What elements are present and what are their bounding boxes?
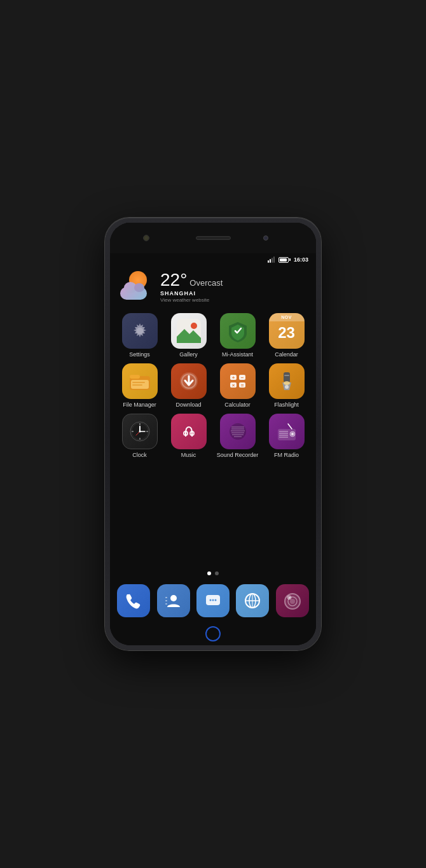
dock-phone[interactable] <box>115 584 152 617</box>
dock-camera[interactable] <box>274 584 311 617</box>
app-label-calendar: Calendar <box>275 351 298 358</box>
svg-text:×: × <box>231 382 235 388</box>
calendar-month-header: NOV <box>269 313 305 321</box>
signal-bar-4 <box>273 256 275 263</box>
clock-face-icon <box>128 420 151 443</box>
app-icon-settings <box>122 313 158 349</box>
app-label-download: Download <box>175 402 201 409</box>
status-icons: 16:03 <box>268 256 308 263</box>
app-icon-calculator: + − × = <box>220 363 256 399</box>
dock-icon-browser <box>236 584 269 617</box>
top-hardware-bar <box>110 223 316 253</box>
app-download[interactable]: Download <box>165 363 212 409</box>
browser-icon <box>244 592 261 610</box>
page-indicators <box>110 566 316 580</box>
phone-screen-area: 16:03 22° Overcast SHANGHAI View weather… <box>110 223 316 645</box>
app-label-sound-recorder: Sound Recorder <box>217 452 259 459</box>
app-sound-recorder[interactable]: Sound Recorder <box>214 414 261 459</box>
svg-rect-5 <box>130 375 140 379</box>
signal-bar-3 <box>271 258 273 263</box>
gallery-icon <box>177 319 201 343</box>
app-label-gallery: Gallery <box>179 351 198 358</box>
dock-icon-phone <box>117 584 150 617</box>
front-camera <box>143 235 149 241</box>
svg-rect-8 <box>132 384 142 386</box>
calculator-icon: + − × = <box>226 370 249 393</box>
weather-widget: 22° Overcast SHANGHAI View weather websi… <box>110 266 316 311</box>
app-icon-file-manager <box>122 363 158 399</box>
signal-bar-2 <box>270 259 271 263</box>
battery-icon <box>278 257 289 263</box>
svg-rect-20 <box>284 375 289 376</box>
app-file-manager[interactable]: File Manager <box>116 363 163 409</box>
svg-rect-19 <box>284 372 290 382</box>
app-icon-fm-radio <box>269 414 305 449</box>
camera-icon <box>284 592 301 610</box>
page-dot-2[interactable] <box>215 571 219 575</box>
app-fm-radio[interactable]: FM Radio <box>263 414 310 459</box>
battery-fill <box>280 258 287 262</box>
dock-messages[interactable] <box>195 584 231 617</box>
page-dot-1[interactable] <box>207 571 211 575</box>
folder-icon <box>128 370 151 393</box>
app-icon-download <box>171 363 207 399</box>
svg-rect-56 <box>165 597 167 598</box>
svg-point-40 <box>230 423 246 440</box>
app-icon-mi-assistant <box>220 313 256 349</box>
weather-icon <box>120 271 155 300</box>
app-label-music: Music <box>181 452 196 459</box>
svg-point-71 <box>288 597 290 599</box>
weather-link[interactable]: View weather website <box>160 297 306 303</box>
svg-point-69 <box>290 599 295 604</box>
app-grid: Settings Gallery <box>110 311 316 566</box>
shield-icon <box>226 319 249 342</box>
weather-temperature: 22° <box>160 271 187 289</box>
status-time: 16:03 <box>294 256 308 263</box>
svg-rect-57 <box>165 600 167 601</box>
svg-point-55 <box>170 595 177 601</box>
app-label-fm-radio: FM Radio <box>274 452 299 459</box>
svg-point-53 <box>291 433 294 435</box>
dock-contacts[interactable] <box>155 584 191 617</box>
svg-point-62 <box>214 599 216 601</box>
app-gallery[interactable]: Gallery <box>165 313 212 358</box>
weather-info: 22° Overcast SHANGHAI View weather websi… <box>160 271 306 303</box>
app-label-calculator: Calculator <box>224 402 251 409</box>
dock-icon-messages <box>196 584 230 617</box>
flashlight-icon <box>275 370 298 393</box>
earpiece-speaker <box>196 236 231 240</box>
svg-point-3 <box>191 323 197 329</box>
app-settings[interactable]: Settings <box>116 313 163 358</box>
weather-condition: Overcast <box>189 278 223 288</box>
bottom-navigation <box>110 622 316 645</box>
svg-point-23 <box>285 385 289 389</box>
phone-device: 16:03 22° Overcast SHANGHAI View weather… <box>105 218 321 650</box>
weather-city: SHANGHAI <box>160 290 306 297</box>
app-clock[interactable]: Clock <box>116 414 163 459</box>
svg-point-33 <box>139 430 141 432</box>
home-button[interactable] <box>205 626 221 641</box>
svg-rect-7 <box>132 382 145 383</box>
dock-icon-contacts <box>157 584 190 617</box>
app-mi-assistant[interactable]: Mi-Assistant <box>214 313 261 358</box>
svg-line-54 <box>288 424 292 429</box>
app-label-clock: Clock <box>132 452 147 459</box>
contacts-icon <box>165 592 182 610</box>
messages-icon <box>204 592 222 610</box>
app-flashlight[interactable]: Flashlight <box>263 363 310 409</box>
svg-text:=: = <box>240 382 244 388</box>
music-icon <box>177 419 201 444</box>
svg-text:+: + <box>231 375 235 381</box>
app-music[interactable]: Music <box>165 414 212 459</box>
app-calendar[interactable]: NOV 23 Calendar <box>263 313 310 358</box>
dock-browser[interactable] <box>234 584 271 617</box>
app-icon-clock <box>122 414 158 449</box>
signal-bar-1 <box>268 260 269 263</box>
app-icon-gallery <box>171 313 207 349</box>
app-icon-music <box>171 414 207 449</box>
app-label-mi-assistant: Mi-Assistant <box>222 351 253 358</box>
app-label-settings: Settings <box>129 351 150 358</box>
signal-icon <box>268 256 275 263</box>
gear-icon <box>130 321 149 340</box>
app-calculator[interactable]: + − × = Calculator <box>214 363 261 409</box>
